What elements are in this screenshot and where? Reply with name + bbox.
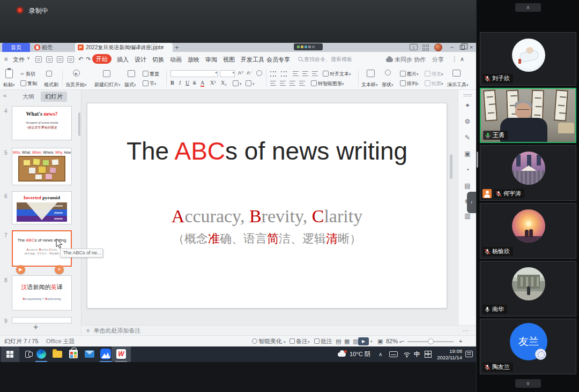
tab-docer[interactable]: 稻壳 bbox=[31, 43, 74, 52]
clear-format-icon[interactable] bbox=[256, 70, 263, 76]
paste-button[interactable]: 粘贴▾ bbox=[3, 81, 15, 88]
undo-icon[interactable]: ↶ bbox=[78, 56, 83, 63]
history-icon[interactable]: ◔ bbox=[464, 166, 471, 174]
tab-close-icon[interactable]: × bbox=[161, 43, 164, 52]
ribbon-tab-slideshow[interactable]: 放映 bbox=[188, 56, 199, 64]
weather-text[interactable]: 10°C 阴 bbox=[350, 346, 370, 362]
slide-area-scrollbar[interactable] bbox=[450, 154, 452, 179]
slide-thumbnail-5[interactable]: Who, What, When, Where, Why, How bbox=[12, 148, 72, 185]
play-from-page-button[interactable]: 当页开始▾ bbox=[65, 81, 87, 88]
align-justify-icon[interactable] bbox=[299, 81, 305, 86]
zoom-level[interactable]: 82% ▾ bbox=[386, 336, 402, 348]
beautify-rocket-icon[interactable]: ✦ bbox=[464, 102, 471, 109]
touch-keyboard-button[interactable] bbox=[389, 346, 399, 362]
participant-tile-taoyoulan[interactable]: 友兰 陶友兰 bbox=[480, 319, 576, 374]
decrease-font-button[interactable]: A⁻ bbox=[247, 70, 253, 76]
minimize-button[interactable]: − bbox=[450, 44, 454, 50]
layout-icon[interactable] bbox=[128, 70, 136, 77]
copy-button[interactable]: 复制 bbox=[20, 80, 37, 87]
resource-box-icon[interactable]: ▤ bbox=[464, 182, 471, 190]
tab-outline[interactable]: 大纲 bbox=[18, 92, 39, 102]
slide-thumbnail-8[interactable]: 汉语新闻的英译 Reorganizing + Rephrasing bbox=[12, 275, 72, 311]
more-menu-icon[interactable]: ⋮ bbox=[451, 56, 457, 63]
fit-slide-icon[interactable]: ▣ bbox=[377, 336, 383, 346]
notes-more-icon[interactable]: ⋯ bbox=[463, 326, 469, 336]
participant-tile-heyutao[interactable]: 何宇涛 bbox=[480, 145, 576, 201]
reset-button[interactable]: 重置 bbox=[143, 71, 159, 78]
font-size-select[interactable]: ▾ bbox=[220, 70, 235, 77]
ribbon-tab-review[interactable]: 审阅 bbox=[205, 56, 217, 64]
restore-button[interactable] bbox=[460, 45, 465, 50]
comments-button[interactable]: 批注 bbox=[314, 336, 332, 346]
picture-button[interactable]: 图片▾ bbox=[400, 71, 419, 78]
align-right-icon[interactable] bbox=[290, 81, 295, 86]
file-caret-icon[interactable]: ∨ bbox=[27, 56, 30, 61]
format-painter-button[interactable]: 格式刷 bbox=[44, 81, 58, 88]
textbox-icon[interactable] bbox=[367, 70, 376, 77]
print-preview-icon[interactable] bbox=[68, 56, 74, 63]
layout-button[interactable]: 版式▾ bbox=[124, 81, 136, 88]
reading-view-icon[interactable]: ▥ bbox=[353, 336, 358, 346]
outline-button[interactable]: 轮廓▾ bbox=[425, 80, 443, 87]
ribbon-tab-member[interactable]: 会员专享 bbox=[266, 56, 290, 64]
ribbon-tab-design[interactable]: 设计 bbox=[135, 56, 146, 64]
bold-button[interactable]: B bbox=[170, 80, 174, 86]
screen-share-icon[interactable]: ▣ bbox=[464, 150, 471, 157]
mail-button[interactable] bbox=[81, 346, 98, 362]
zoom-in-button[interactable]: + bbox=[459, 336, 462, 346]
microsoft-store-button[interactable] bbox=[65, 346, 81, 362]
present-tools-button[interactable]: 演示工具▾ bbox=[447, 81, 469, 88]
reference-book-icon[interactable]: ▥ bbox=[464, 212, 471, 220]
participant-tile-nanhua[interactable]: 南华 bbox=[480, 261, 576, 316]
textbox-button[interactable]: 文本框▾ bbox=[361, 81, 378, 88]
play-from-page-icon[interactable]: ▶ bbox=[73, 70, 80, 77]
save-icon[interactable] bbox=[35, 56, 42, 63]
command-search-input[interactable]: 查找命令、搜索模板 bbox=[298, 56, 352, 63]
slide-thumbnail-6[interactable]: Inverted pyramid bbox=[12, 191, 72, 224]
shapes-button[interactable]: 形状▾ bbox=[382, 81, 394, 88]
workspace-grid-icon[interactable] bbox=[422, 44, 429, 51]
ribbon-tab-animations[interactable]: 动画 bbox=[170, 56, 182, 64]
scroll-participants-up-button[interactable]: ∧ bbox=[515, 3, 541, 12]
tab-document[interactable]: P 2022复旦英语新闻编译讲座.pptx bbox=[75, 43, 173, 52]
start-button[interactable] bbox=[1, 346, 19, 362]
text-effect-icon[interactable]: ▾ bbox=[233, 80, 242, 86]
new-slide-button[interactable]: 新建幻灯片▾ bbox=[94, 81, 121, 88]
slide-canvas[interactable]: The ABCs of news writing Accuracy, Brevi… bbox=[87, 103, 447, 308]
arrange-button[interactable]: 排列▾ bbox=[400, 80, 419, 87]
participant-tile-wangyong[interactable]: 王勇 bbox=[480, 88, 576, 143]
tray-expand-icon[interactable]: ∧ bbox=[378, 346, 382, 362]
notes-bar[interactable]: ≡ 单击此处添加备注 ⋯ bbox=[82, 325, 476, 335]
numbered-list-icon[interactable] bbox=[281, 71, 287, 77]
ribbon-tab-devtools[interactable]: 开发工具 bbox=[241, 56, 264, 64]
file-menu-icon[interactable]: ≡ bbox=[4, 56, 8, 62]
slide-thumbnail-4[interactable]: What's news? •A report of recent events … bbox=[12, 106, 72, 140]
normal-view-icon[interactable]: ▤ bbox=[336, 336, 341, 346]
align-left-icon[interactable] bbox=[270, 81, 276, 86]
share-button[interactable]: 分享 bbox=[432, 56, 444, 64]
clock[interactable]: 19:08 2022/11/14 bbox=[435, 346, 462, 362]
tab-slides[interactable]: 幻灯片 bbox=[41, 92, 67, 102]
user-avatar[interactable] bbox=[434, 43, 442, 51]
slide-sorter-icon[interactable]: ▦ bbox=[344, 336, 350, 346]
paste-icon[interactable] bbox=[5, 69, 13, 78]
notification-center-button[interactable] bbox=[465, 346, 474, 362]
wps-taskbar-button[interactable]: W bbox=[112, 346, 131, 362]
file-explorer-button[interactable] bbox=[49, 346, 65, 362]
thumb-play-button[interactable]: ▶ bbox=[16, 265, 25, 274]
weather-icon-wrap[interactable] bbox=[338, 346, 346, 362]
present-tools-icon[interactable] bbox=[452, 70, 462, 77]
slideshow-play-button[interactable]: ▶ bbox=[358, 337, 369, 345]
format-painter-icon[interactable] bbox=[46, 71, 53, 77]
meeting-floating-bar[interactable] bbox=[294, 43, 323, 50]
ribbon-tab-home[interactable]: 开始 bbox=[92, 54, 112, 64]
indent-increase-icon[interactable] bbox=[302, 71, 308, 76]
panel-grip[interactable] bbox=[477, 152, 478, 168]
collapse-sidebar-icon[interactable]: « bbox=[3, 92, 6, 99]
ime-mode-button[interactable] bbox=[425, 346, 432, 362]
underline-button[interactable]: U bbox=[185, 80, 189, 86]
collapse-ribbon-icon[interactable]: ∧ bbox=[460, 56, 464, 63]
theme-name[interactable]: Office 主题 bbox=[46, 336, 75, 346]
line-spacing-icon[interactable] bbox=[312, 71, 318, 76]
font-color-button[interactable]: A bbox=[201, 80, 204, 87]
